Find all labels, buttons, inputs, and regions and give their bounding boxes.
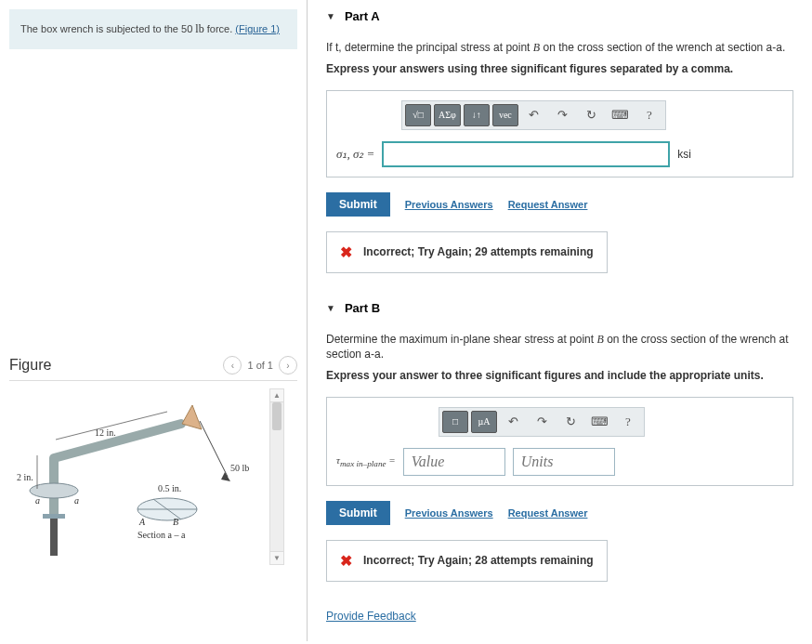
part-b-units-input[interactable] [513, 448, 615, 476]
vec-button[interactable]: vec [492, 104, 518, 126]
part-b-feedback-text: Incorrect; Try Again; 28 attempts remain… [363, 554, 594, 567]
incorrect-icon: ✖ [340, 552, 352, 570]
figure-title: Figure [9, 357, 51, 374]
part-b-submit-button[interactable]: Submit [326, 501, 390, 525]
fig-label-A: A [139, 517, 145, 527]
caret-down-icon: ▼ [326, 303, 335, 313]
scroll-down-icon[interactable]: ▼ [270, 551, 283, 564]
part-a-feedback-text: Incorrect; Try Again; 29 attempts remain… [363, 245, 594, 258]
figure-link[interactable]: (Figure 1) [235, 23, 280, 34]
figure-image: 12 in. 2 in. 50 lb 0.5 in. a a A B Secti… [9, 388, 269, 565]
svg-line-0 [54, 424, 181, 458]
part-a-answer-input[interactable] [382, 141, 670, 167]
redo-button[interactable]: ↷ [550, 104, 576, 126]
redo-button[interactable]: ↷ [529, 411, 555, 433]
fig-label-radius: 0.5 in. [158, 483, 181, 493]
problem-text-suffix: force. [204, 23, 233, 34]
part-b-value-input[interactable] [403, 448, 505, 476]
fig-label-section: Section a – a [138, 530, 185, 540]
figure-scrollbar[interactable]: ▲ ▼ [269, 388, 284, 565]
part-b-request-answer-link[interactable]: Request Answer [508, 507, 588, 519]
part-b-title: Part B [345, 301, 380, 315]
part-a-instruction: Express your answers using three signifi… [326, 61, 793, 77]
caret-down-icon: ▼ [326, 11, 335, 21]
units-button[interactable]: µA [471, 411, 497, 433]
provide-feedback-link[interactable]: Provide Feedback [326, 610, 416, 623]
templates-button[interactable]: □ [442, 411, 468, 433]
scroll-up-icon[interactable]: ▲ [270, 389, 283, 402]
part-b-toolbar: □ µA ↶ ↷ ↻ ⌨ ? [439, 407, 645, 437]
part-b-prev-answers-link[interactable]: Previous Answers [405, 507, 493, 519]
templates-button[interactable]: √□ [405, 104, 431, 126]
part-b-var-label: τmax in–plane = [336, 454, 396, 468]
help-button[interactable]: ? [636, 104, 662, 126]
part-b-answer-block: □ µA ↶ ↷ ↻ ⌨ ? τmax in–plane = [326, 397, 793, 486]
part-b-instruction: Express your answer to three significant… [326, 368, 793, 384]
reset-button[interactable]: ↻ [557, 411, 583, 433]
part-a-title: Part A [345, 9, 380, 23]
part-a-answer-block: √□ ΑΣφ ↓↑ vec ↶ ↷ ↻ ⌨ ? σ₁, σ₂ = ksi [326, 90, 793, 177]
fig-label-a-right: a [74, 495, 79, 506]
part-b-prompt: Determine the maximum in-plane shear str… [326, 332, 793, 363]
keyboard-button[interactable]: ⌨ [608, 104, 634, 126]
figure-prev-button[interactable]: ‹ [223, 356, 242, 375]
part-a-feedback: ✖ Incorrect; Try Again; 29 attempts rema… [326, 231, 608, 273]
fig-label-a-left: a [35, 495, 40, 506]
svg-rect-6 [43, 514, 65, 519]
fig-label-hdim: 12 in. [95, 427, 116, 438]
problem-text-prefix: The box wrench is subjected to the [20, 23, 181, 34]
part-a-prompt: If t, determine the principal stress at … [326, 40, 793, 56]
part-b-feedback: ✖ Incorrect; Try Again; 28 attempts rema… [326, 540, 608, 582]
svg-line-7 [200, 421, 228, 477]
keyboard-button[interactable]: ⌨ [586, 411, 612, 433]
problem-force-unit: lb [195, 22, 203, 35]
part-a-toolbar: √□ ΑΣφ ↓↑ vec ↶ ↷ ↻ ⌨ ? [401, 100, 666, 130]
reset-button[interactable]: ↻ [579, 104, 605, 126]
part-a-unit: ksi [677, 148, 691, 161]
fig-label-force: 50 lb [230, 463, 249, 473]
part-a: ▼ Part A If t, determine the principal s… [326, 9, 793, 273]
help-button[interactable]: ? [615, 411, 641, 433]
part-a-var-label: σ₁, σ₂ = [336, 147, 374, 162]
subsup-button[interactable]: ↓↑ [464, 104, 490, 126]
part-b-header[interactable]: ▼ Part B [326, 301, 793, 315]
undo-button[interactable]: ↶ [500, 411, 526, 433]
undo-button[interactable]: ↶ [521, 104, 547, 126]
part-a-request-answer-link[interactable]: Request Answer [508, 199, 588, 210]
scroll-thumb[interactable] [272, 402, 282, 430]
incorrect-icon: ✖ [340, 243, 352, 261]
part-a-prev-answers-link[interactable]: Previous Answers [405, 199, 493, 210]
part-a-header[interactable]: ▼ Part A [326, 9, 793, 23]
fig-label-B: B [173, 517, 178, 527]
fig-label-vdim: 2 in. [17, 472, 33, 482]
greek-button[interactable]: ΑΣφ [434, 104, 461, 126]
part-a-submit-button[interactable]: Submit [326, 192, 390, 217]
problem-statement: The box wrench is subjected to the 50 lb… [9, 9, 297, 49]
figure-nav-label: 1 of 1 [247, 360, 273, 371]
problem-force-value: 50 [181, 23, 192, 34]
figure-next-button[interactable]: › [279, 356, 297, 375]
part-b: ▼ Part B Determine the maximum in-plane … [326, 301, 793, 582]
